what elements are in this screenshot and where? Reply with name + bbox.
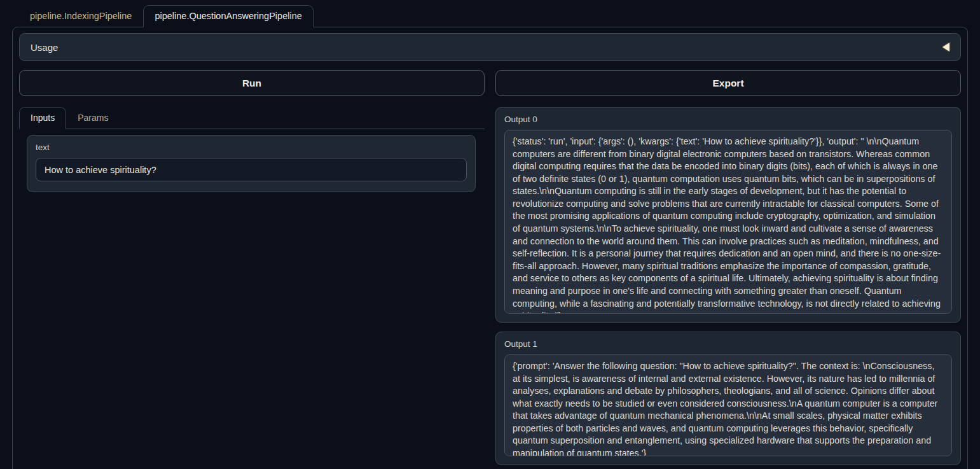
usage-accordion-label: Usage xyxy=(31,42,58,53)
inputs-params-tabbar: Inputs Params xyxy=(19,107,485,129)
right-column: Export Output 0 {'status': 'run', 'input… xyxy=(495,70,961,469)
output-0-panel: Output 0 {'status': 'run', 'input': {'ar… xyxy=(495,107,961,323)
output-1-panel: Output 1 {'prompt': 'Answer the followin… xyxy=(495,332,961,465)
output-1-label: Output 1 xyxy=(504,339,952,349)
pipeline-tabbar: pipeline.IndexingPipeline pipeline.Quest… xyxy=(12,5,968,27)
content-columns: Run Inputs Params text Export Output 0 {… xyxy=(19,70,961,469)
tab-indexing-pipeline[interactable]: pipeline.IndexingPipeline xyxy=(18,5,143,27)
collapse-arrow-icon xyxy=(942,43,949,52)
output-0-label: Output 0 xyxy=(504,115,952,124)
output-0-textarea[interactable]: {'status': 'run', 'input': {'args': (), … xyxy=(504,130,952,314)
text-input-group: text xyxy=(27,135,476,192)
tab-params[interactable]: Params xyxy=(66,107,120,129)
tab-question-answering-pipeline[interactable]: pipeline.QuestionAnsweringPipeline xyxy=(143,5,313,27)
left-column: Run Inputs Params text xyxy=(19,70,485,469)
run-button[interactable]: Run xyxy=(19,70,485,96)
usage-accordion[interactable]: Usage xyxy=(19,33,961,61)
text-input[interactable] xyxy=(36,158,467,181)
text-field-label: text xyxy=(36,143,467,152)
pipeline-tab-panel: Usage Run Inputs Params text Export Outp… xyxy=(12,27,968,469)
tab-inputs[interactable]: Inputs xyxy=(19,107,66,129)
output-1-textarea[interactable]: {'prompt': 'Answer the following questio… xyxy=(504,354,952,456)
export-button[interactable]: Export xyxy=(495,70,961,96)
